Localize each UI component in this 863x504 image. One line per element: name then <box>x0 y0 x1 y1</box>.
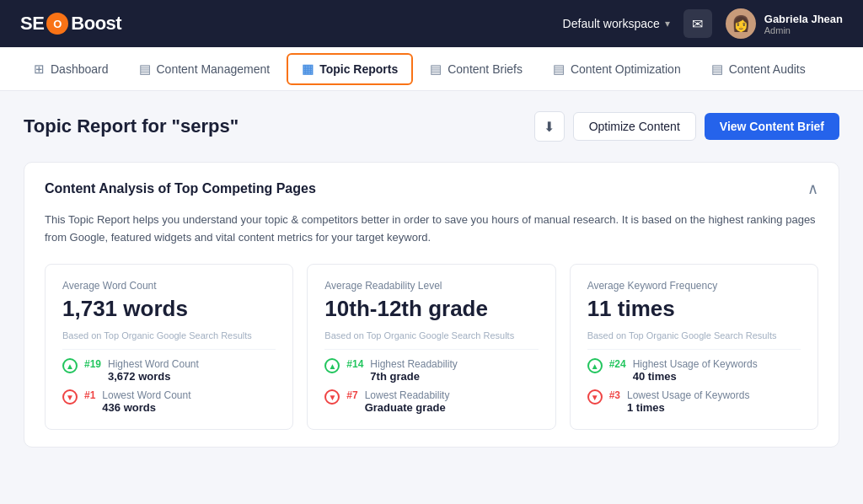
nav-label-topic-reports: Topic Reports <box>319 62 398 76</box>
nav-label-content-briefs: Content Briefs <box>448 62 523 76</box>
avatar: 👩 <box>726 8 756 39</box>
metric-row-low-word-count: ▼ #1 Lowest Word Count 436 words <box>62 389 276 414</box>
metric-sub-value-high-keyword-frequency: 40 times <box>633 370 758 383</box>
content-briefs-icon: ▤ <box>430 62 442 77</box>
content-analysis-section: Content Analysis of Top Competing Pages … <box>24 162 839 448</box>
metric-sub-low-readability: Lowest Readability Graduate grade <box>365 389 450 414</box>
metric-sub-low-word-count: Lowest Word Count 436 words <box>102 389 190 414</box>
metric-sub-high-keyword-frequency: Highest Usage of Keywords 40 times <box>633 358 758 383</box>
user-name: Gabriela Jhean <box>764 13 843 25</box>
user-info: 👩 Gabriela Jhean Admin <box>726 8 843 39</box>
logo-suffix: Boost <box>71 13 121 35</box>
metric-source-keyword-frequency: Based on Top Organic Google Search Resul… <box>587 330 801 350</box>
metric-sub-value-low-readability: Graduate grade <box>365 401 450 414</box>
main-content: Topic Report for "serps" ⬇ Optimize Cont… <box>0 91 863 468</box>
collapse-button[interactable]: ∧ <box>807 180 818 198</box>
nav-item-content-audits[interactable]: ▤ Content Audits <box>698 55 819 83</box>
logo-prefix: SE <box>20 13 44 35</box>
down-icon-readability: ▼ <box>324 389 340 405</box>
user-role: Admin <box>764 25 843 35</box>
metric-sub-low-keyword-frequency: Lowest Usage of Keywords 1 times <box>627 389 749 414</box>
page-actions: ⬇ Optimize Content View Content Brief <box>534 111 839 142</box>
dashboard-icon: ⊞ <box>34 62 45 77</box>
topic-reports-icon: ▦ <box>302 62 314 77</box>
metric-sub-label-low-keyword-frequency: Lowest Usage of Keywords <box>627 389 749 401</box>
metric-card-word-count: Average Word Count 1,731 words Based on … <box>45 264 293 431</box>
metric-badge-high-rank-keyword-frequency: #24 <box>609 358 626 370</box>
up-icon-word-count: ▲ <box>62 358 78 373</box>
metric-badge-high-rank-readability: #14 <box>346 358 363 370</box>
workspace-selector[interactable]: Default workspace ▾ <box>563 17 670 30</box>
metric-sub-value-high-word-count: 3,672 words <box>108 370 199 383</box>
metric-row-low-readability: ▼ #7 Lowest Readability Graduate grade <box>324 389 538 414</box>
chevron-down-icon: ▾ <box>665 18 670 29</box>
metric-badge-low-rank-keyword-frequency: #3 <box>609 389 620 401</box>
metric-sub-high-word-count: Highest Word Count 3,672 words <box>108 358 199 383</box>
nav-item-topic-reports[interactable]: ▦ Topic Reports <box>287 53 413 85</box>
metric-sub-label-low-readability: Lowest Readability <box>365 389 450 401</box>
metric-value-keyword-frequency: 11 times <box>587 297 801 321</box>
navigation: ⊞ Dashboard ▤ Content Management ▦ Topic… <box>0 47 863 91</box>
metric-sub-label-high-readability: Highest Readability <box>370 358 457 370</box>
metric-card-readability: Average Readability Level 10th-12th grad… <box>307 264 555 431</box>
metric-sub-label-high-keyword-frequency: Highest Usage of Keywords <box>633 358 758 370</box>
user-details: Gabriela Jhean Admin <box>764 13 843 35</box>
metric-sub-value-low-keyword-frequency: 1 times <box>627 401 749 414</box>
metric-sub-label-high-word-count: Highest Word Count <box>108 358 199 370</box>
down-icon-keyword-frequency: ▼ <box>587 389 603 405</box>
metric-source-word-count: Based on Top Organic Google Search Resul… <box>62 330 276 350</box>
page-header: Topic Report for "serps" ⬇ Optimize Cont… <box>24 111 839 142</box>
notification-icon: ✉ <box>692 16 703 32</box>
metric-row-high-readability: ▲ #14 Highest Readability 7th grade <box>324 358 538 383</box>
view-content-brief-button[interactable]: View Content Brief <box>705 113 839 140</box>
nav-label-content-management: Content Management <box>157 62 271 76</box>
section-title: Content Analysis of Top Competing Pages <box>45 181 316 196</box>
metric-badge-high-rank-word-count: #19 <box>84 358 101 370</box>
logo: SE O Boost <box>20 13 121 35</box>
metric-label-word-count: Average Word Count <box>62 280 276 292</box>
nav-item-dashboard[interactable]: ⊞ Dashboard <box>20 55 122 83</box>
nav-label-content-audits: Content Audits <box>729 62 806 76</box>
download-button[interactable]: ⬇ <box>534 111 565 142</box>
nav-label-dashboard: Dashboard <box>51 62 109 76</box>
metric-label-readability: Average Readability Level <box>324 280 538 292</box>
down-icon-word-count: ▼ <box>62 389 78 405</box>
workspace-label: Default workspace <box>563 17 660 30</box>
nav-item-content-briefs[interactable]: ▤ Content Briefs <box>416 55 536 83</box>
metric-sub-high-readability: Highest Readability 7th grade <box>370 358 457 383</box>
metric-card-keyword-frequency: Average Keyword Frequency 11 times Based… <box>570 264 818 431</box>
section-header: Content Analysis of Top Competing Pages … <box>45 180 818 198</box>
header: SE O Boost Default workspace ▾ ✉ 👩 Gabri… <box>0 0 863 47</box>
metric-badge-low-rank-readability: #7 <box>346 389 357 401</box>
metric-sub-value-high-readability: 7th grade <box>370 370 457 383</box>
metrics-grid: Average Word Count 1,731 words Based on … <box>45 264 818 431</box>
metric-row-high-word-count: ▲ #19 Highest Word Count 3,672 words <box>62 358 276 383</box>
notification-button[interactable]: ✉ <box>683 9 712 38</box>
nav-item-content-management[interactable]: ▤ Content Management <box>126 55 284 83</box>
up-icon-readability: ▲ <box>324 358 340 373</box>
up-icon-keyword-frequency: ▲ <box>587 358 603 373</box>
content-optimization-icon: ▤ <box>553 62 565 77</box>
avatar-emoji: 👩 <box>732 14 750 33</box>
metric-row-high-keyword-frequency: ▲ #24 Highest Usage of Keywords 40 times <box>587 358 801 383</box>
page-title: Topic Report for "serps" <box>24 115 239 137</box>
download-icon: ⬇ <box>544 119 555 135</box>
metric-label-keyword-frequency: Average Keyword Frequency <box>587 280 801 292</box>
metric-value-word-count: 1,731 words <box>62 297 276 321</box>
metric-row-low-keyword-frequency: ▼ #3 Lowest Usage of Keywords 1 times <box>587 389 801 414</box>
metric-sub-label-low-word-count: Lowest Word Count <box>102 389 190 401</box>
optimize-content-button[interactable]: Optimize Content <box>573 112 696 141</box>
content-audits-icon: ▤ <box>711 62 723 77</box>
metric-value-readability: 10th-12th grade <box>324 297 538 321</box>
nav-label-content-optimization: Content Optimization <box>571 62 681 76</box>
logo-circle: O <box>46 13 68 35</box>
section-description: This Topic Report helps you understand y… <box>45 212 818 247</box>
metric-source-readability: Based on Top Organic Google Search Resul… <box>324 330 538 350</box>
header-right: Default workspace ▾ ✉ 👩 Gabriela Jhean A… <box>563 8 843 39</box>
nav-item-content-optimization[interactable]: ▤ Content Optimization <box>539 55 694 83</box>
content-management-icon: ▤ <box>139 62 151 77</box>
metric-sub-value-low-word-count: 436 words <box>102 401 190 414</box>
metric-badge-low-rank-word-count: #1 <box>84 389 95 401</box>
